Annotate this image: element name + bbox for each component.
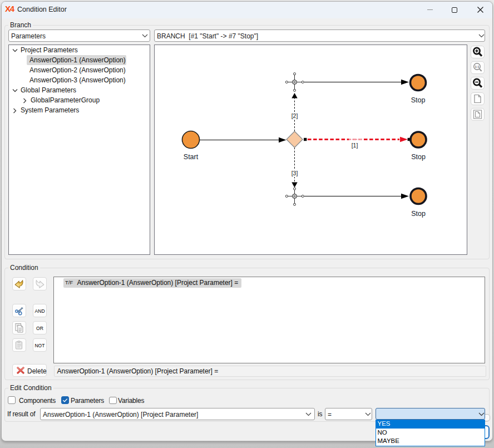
svg-text:[3]: [3] bbox=[292, 170, 298, 176]
svg-text:Stop: Stop bbox=[411, 153, 426, 161]
svg-text:Start: Start bbox=[184, 153, 199, 161]
svg-text:Stop: Stop bbox=[411, 210, 426, 218]
svg-text:[2]: [2] bbox=[292, 112, 298, 119]
svg-text:[1]: [1] bbox=[352, 142, 358, 149]
svg-text:Stop: Stop bbox=[411, 96, 426, 104]
svg-text:1:1: 1:1 bbox=[475, 65, 479, 68]
